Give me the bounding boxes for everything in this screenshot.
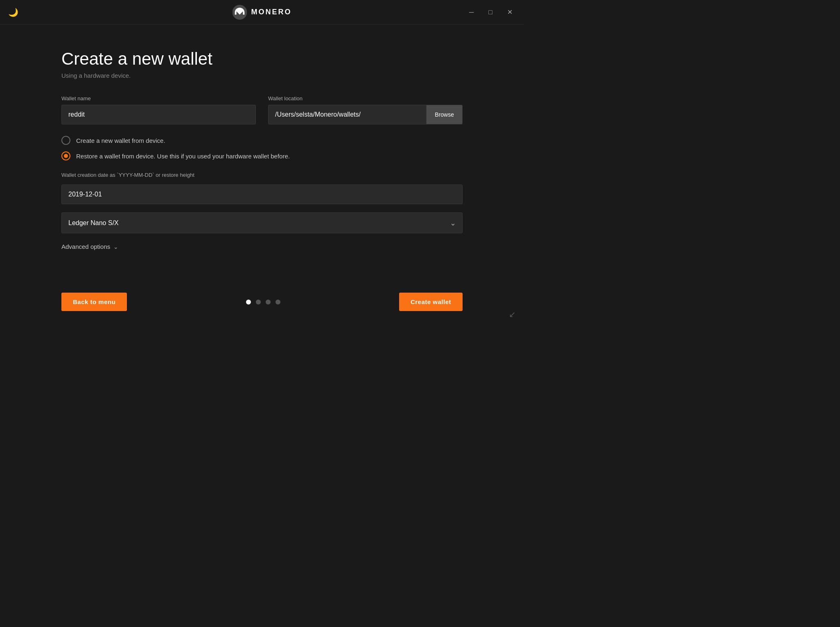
radio-restore-wallet[interactable]: Restore a wallet from device. Use this i… [61,151,463,160]
radio-new-circle[interactable] [61,136,70,145]
close-button[interactable]: ✕ [504,7,516,18]
titlebar-controls: ─ □ ✕ [466,7,516,18]
wallet-location-input[interactable] [268,105,427,124]
page-title: Create a new wallet [61,49,463,69]
radio-new-label: Create a new wallet from device. [76,137,165,144]
radio-restore-label: Restore a wallet from device. Use this i… [76,153,290,160]
maximize-button[interactable]: □ [485,7,496,18]
device-select[interactable]: Ledger Nano S/X Trezor [61,212,463,233]
moon-icon: 🌙 [8,7,18,17]
radio-group: Create a new wallet from device. Restore… [61,136,463,160]
wallet-fields-row: Wallet name Wallet location Browse [61,95,463,124]
date-section: Wallet creation date as `YYYY-MM-DD` or … [61,172,463,204]
page-subtitle: Using a hardware device. [61,72,463,79]
wallet-location-label: Wallet location [268,95,463,101]
wallet-location-group: Wallet location Browse [268,95,463,124]
wallet-name-label: Wallet name [61,95,256,101]
minimize-button[interactable]: ─ [466,7,477,18]
radio-restore-circle[interactable] [61,151,70,160]
titlebar-left: 🌙 [8,7,18,17]
wallet-name-group: Wallet name [61,95,256,124]
resize-icon: ↙ [509,309,516,319]
app-title: MONERO [251,8,292,16]
wallet-location-row: Browse [268,105,463,124]
device-select-wrapper: Ledger Nano S/X Trezor ⌄ [61,212,463,233]
chevron-down-icon: ⌄ [113,244,118,250]
radio-new-wallet[interactable]: Create a new wallet from device. [61,136,463,145]
create-wallet-button[interactable]: Create wallet [399,293,463,311]
main-content: Create a new wallet Using a hardware dev… [0,25,524,327]
pagination-dot-3 [266,300,271,304]
date-input[interactable] [61,185,463,204]
back-to-menu-button[interactable]: Back to menu [61,293,127,311]
pagination-dot-4 [275,300,280,304]
bottom-nav: Back to menu Create wallet [61,284,463,311]
pagination-dots [246,300,280,304]
pagination-dot-2 [256,300,261,304]
pagination-dot-1 [246,300,251,304]
titlebar-center: MONERO [233,5,292,20]
advanced-options-label: Advanced options [61,243,110,250]
wallet-name-input[interactable] [61,105,256,124]
monero-logo [233,5,247,20]
date-label: Wallet creation date as `YYYY-MM-DD` or … [61,172,463,178]
titlebar: 🌙 MONERO ─ □ ✕ [0,0,524,25]
advanced-options-toggle[interactable]: Advanced options ⌄ [61,243,463,250]
browse-button[interactable]: Browse [427,105,463,124]
